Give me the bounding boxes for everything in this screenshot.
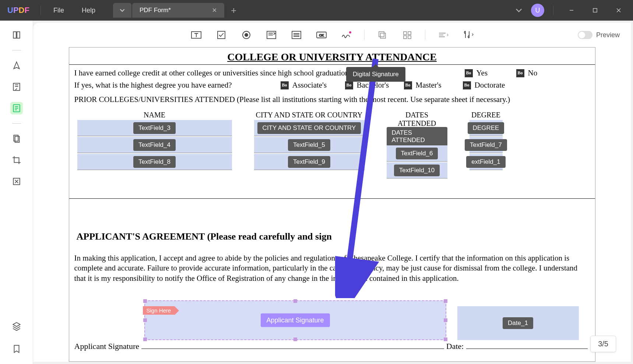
svg-rect-2 [13,83,20,91]
preview-toggle-area: Preview [578,31,620,39]
checkbox-field[interactable]: Bo [463,81,471,89]
date-line [466,349,588,349]
document-viewport[interactable]: COLLEGE OR UNIVERSITY ATTENDANCE I have … [33,47,631,362]
svg-rect-11 [218,31,225,39]
svg-point-13 [245,33,248,36]
resize-handle[interactable] [143,299,147,303]
separator [364,30,365,40]
redact-icon[interactable] [10,175,23,188]
column-header: NAME [77,106,232,119]
menu-file[interactable]: File [45,7,73,14]
text-field[interactable]: TextField_3 [77,120,232,136]
svg-text:OK: OK [319,33,324,37]
reader-icon[interactable] [10,29,23,41]
crop-icon[interactable] [10,154,23,166]
checkbox-field[interactable]: Bo [281,81,289,89]
text-field-tool[interactable] [189,28,204,42]
svg-rect-29 [408,36,411,39]
checkbox-field[interactable]: Bo [404,81,412,89]
distribute-tool[interactable] [436,28,450,42]
text-field[interactable]: TextField_7 [470,137,503,153]
resize-handle[interactable] [444,318,447,322]
duplicate-tool[interactable] [375,28,390,42]
resize-handle[interactable] [293,338,297,341]
svg-rect-27 [408,32,411,35]
text-field[interactable]: TextField_6 [387,145,447,162]
menu-help[interactable]: Help [73,7,104,14]
svg-rect-1 [593,8,597,12]
close-window-button[interactable] [609,3,628,18]
text-field[interactable]: TextField_8 [77,154,232,170]
date-field-label: Date_1 [503,317,533,329]
sidebar [0,21,33,364]
checkbox-tool[interactable] [214,28,229,42]
tools-settings[interactable] [461,28,475,42]
text-field[interactable]: DEGREE [470,120,503,136]
content-area: OK Preview Digital Signature COLLEGE OR … [33,23,631,362]
document-tab[interactable]: PDF Form* × [132,3,224,18]
form-text: I have earned college credit at other co… [74,68,465,78]
comment-icon[interactable] [10,59,23,72]
svg-rect-28 [404,36,407,39]
svg-rect-25 [380,33,386,38]
checkbox-field[interactable]: Bo [465,69,473,77]
signature-line [141,349,444,349]
text-field[interactable]: TextField_5 [254,137,365,153]
text-field[interactable]: TextField_4 [77,137,232,153]
bookmark-icon[interactable] [10,343,23,355]
resize-handle[interactable] [444,338,447,341]
form-editor-icon[interactable] [10,102,23,114]
separator [425,30,425,40]
dropdown-tool[interactable] [264,28,279,42]
svg-rect-26 [404,32,407,35]
tooltip: Digital Signature [346,67,405,82]
separator [553,6,553,15]
digital-signature-tool[interactable] [339,28,354,42]
button-tool[interactable]: OK [314,28,329,42]
user-avatar[interactable]: U [531,4,544,17]
svg-point-23 [349,31,351,33]
align-tool[interactable] [400,28,415,42]
text-field[interactable]: TextField_10 [387,162,447,179]
preview-toggle[interactable] [578,31,592,39]
signature-label: Applicant Signature [74,342,140,351]
form-toolbar: OK Preview [33,23,631,47]
tab-label: PDF Form* [140,7,171,14]
signature-field[interactable]: Sign Here Applicant Signature [144,300,446,340]
text-field[interactable]: DATES ATTENDED [387,128,447,145]
resize-handle[interactable] [293,299,297,303]
page-indicator[interactable]: 3/5 [590,336,616,352]
agreement-heading: APPLICANT'S AGREEMENT (Please read caref… [69,209,595,253]
home-tab-button[interactable] [113,3,131,18]
minimize-button[interactable] [562,3,581,18]
resize-handle[interactable] [143,338,147,341]
agreement-text: In making this application, I accept and… [69,253,595,294]
organize-icon[interactable] [10,132,23,145]
column-header: CITY AND STATE OR COUNTRY [254,106,365,119]
edit-icon[interactable] [10,81,23,93]
tab-area: PDF Form* × + [113,3,236,18]
chevron-down-icon [120,8,125,13]
listbox-tool[interactable] [289,28,304,42]
close-tab-icon[interactable]: × [212,6,217,15]
resize-handle[interactable] [444,299,447,303]
maximize-button[interactable] [586,3,604,18]
text-field[interactable]: extField_1 [470,154,503,170]
date-label: Date: [446,342,464,351]
form-text: PRIOR COLLEGES/UNIVERSITIES ATTENDED (Pl… [74,95,510,104]
pdf-page: COLLEGE OR UNIVERSITY ATTENDANCE I have … [69,47,595,362]
resize-handle[interactable] [143,318,147,322]
preview-label: Preview [596,31,620,39]
date-field[interactable]: Date_1 [457,306,579,340]
app-logo: UPDF [0,6,37,15]
layers-icon[interactable] [10,320,23,332]
radio-tool[interactable] [239,28,254,42]
text-field[interactable]: TextField_9 [254,154,365,170]
new-tab-button[interactable]: + [231,5,236,16]
checkbox-field[interactable]: Bo [516,69,524,77]
checkbox-field[interactable]: Bo [345,81,353,89]
dropdown-button[interactable] [512,7,526,14]
text-field[interactable]: CITY AND STATE OR COUNTRY [254,120,365,136]
column-header: DEGREE [470,106,503,119]
separator [12,50,21,50]
